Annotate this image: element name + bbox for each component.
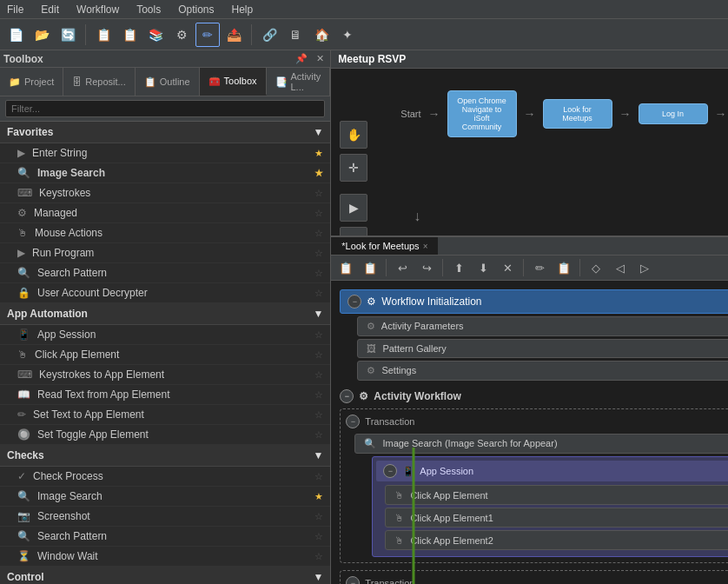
connect-btn[interactable]: 🔗 — [257, 23, 281, 47]
wf-diamond-btn[interactable]: ◇ — [585, 257, 607, 278]
item-image-search-checks[interactable]: 🔍Image Search ★ — [0, 487, 330, 507]
wf-edit-btn[interactable]: ✏ — [528, 257, 551, 278]
item-app-session[interactable]: 📱App Session ☆ — [0, 325, 330, 345]
play-btn[interactable]: ▶ — [340, 194, 367, 222]
category-checks[interactable]: Checks ▼ — [0, 445, 330, 467]
item-image-search-fav[interactable]: 🔍Image Search ★ — [0, 163, 330, 183]
item-search-pattern-checks[interactable]: 🔍Search Pattern ☆ — [0, 527, 330, 547]
category-favorites[interactable]: Favorites ▼ — [0, 122, 330, 143]
tab-activity-log[interactable]: 📑 Activity L... — [267, 68, 331, 96]
crosshair-tool[interactable]: ✛ — [340, 154, 367, 182]
image-search-workflow-item[interactable]: 🔍 Image Search (Image Search for Appear)… — [354, 434, 728, 454]
home-btn[interactable]: 🏠 — [309, 23, 334, 47]
category-control[interactable]: Control ▼ — [0, 567, 330, 584]
toolbox-close[interactable]: ✕ — [314, 52, 327, 65]
workflow-tab-meetups[interactable]: *Look for Meetups × — [331, 237, 438, 255]
item-enter-string[interactable]: ▶Enter String ★ — [0, 143, 330, 163]
arrow-0: → — [428, 107, 440, 121]
workflow-content: − ⚙ Workflow Initialization ⚙ Activity P… — [331, 281, 728, 584]
keystrokes-star: ☆ — [314, 188, 323, 199]
category-app-automation[interactable]: App Automation ▼ — [0, 303, 330, 325]
item-user-account-fav[interactable]: 🔒User Account Decrypter ☆ — [0, 283, 330, 303]
menu-tools[interactable]: Tools — [133, 2, 164, 17]
tab-outline[interactable]: 📋 Outline — [136, 68, 200, 96]
meetup-rsvp-title: Meetup RSVP — [338, 53, 406, 65]
item-mouse-actions-fav[interactable]: 🖱Mouse Actions ☆ — [0, 223, 330, 243]
wf-redo-btn[interactable]: ↪ — [415, 257, 438, 278]
menu-file[interactable]: File — [3, 2, 27, 17]
activity-params-icon: ⚙ — [367, 321, 375, 331]
item-managed-fav[interactable]: ⚙Managed ☆ — [0, 203, 330, 223]
wf-paste-btn[interactable]: 📋 — [359, 257, 381, 278]
item-set-toggle-app[interactable]: 🔘Set Toggle App Element ☆ — [0, 425, 330, 445]
tab-project[interactable]: 📁 Project — [0, 68, 63, 96]
activity-collapse[interactable]: − — [340, 389, 354, 403]
monitor-btn[interactable]: 🖥 — [283, 23, 308, 47]
wf-left-btn[interactable]: ◁ — [609, 257, 632, 278]
click-app-element-2[interactable]: 🖱 Click App Element1 📌 — [385, 508, 728, 528]
pan-tool[interactable]: ✋ — [340, 121, 367, 149]
transaction-collapse-1[interactable]: − — [346, 415, 360, 428]
star-btn[interactable]: ✦ — [335, 23, 360, 47]
image-search-wf-icon: 🔍 — [364, 438, 376, 448]
cursor-tool[interactable]: ↖ — [340, 227, 367, 237]
app-session-header[interactable]: − 📱 App Session — [376, 461, 728, 481]
activity-params-btn[interactable]: ⚙ Activity Parameters — [357, 316, 728, 336]
item-check-process[interactable]: ✓Check Process ☆ — [0, 467, 330, 487]
refresh-btn[interactable]: 🔄 — [56, 23, 80, 47]
click-app-element-3[interactable]: 🖱 Click App Element2 📌 — [385, 530, 728, 550]
click-app-element-1[interactable]: 🖱 Click App Element 📌 — [385, 485, 728, 505]
new-btn[interactable]: 📄 — [3, 23, 28, 47]
item-keystrokes-fav[interactable]: ⌨Keystrokes ☆ — [0, 183, 330, 203]
settings-btn[interactable]: ⚙ — [169, 23, 194, 47]
item-screenshot[interactable]: 📷Screenshot ☆ — [0, 507, 330, 527]
settings-btn-wf[interactable]: ⚙ Settings 📌 — [357, 361, 728, 381]
node-look-meetups[interactable]: Look forMeetups — [543, 99, 612, 129]
workflow-tab-bar: *Look for Meetups × — [331, 237, 728, 256]
user-account-icon: 🔒 — [17, 287, 30, 299]
item-click-app-element[interactable]: 🖱Click App Element ☆ — [0, 345, 330, 365]
wf-up-btn[interactable]: ⬆ — [447, 257, 470, 278]
search-input[interactable] — [5, 100, 325, 117]
copy-btn[interactable]: 📋 — [91, 23, 116, 47]
transaction-collapse-2[interactable]: − — [346, 576, 360, 584]
workflow-init-header[interactable]: − ⚙ Workflow Initialization — [340, 289, 728, 314]
open-btn[interactable]: 📂 — [30, 23, 54, 47]
item-search-pattern-fav[interactable]: 🔍Search Pattern ☆ — [0, 263, 330, 283]
item-run-program-fav[interactable]: ▶Run Program ☆ — [0, 243, 330, 263]
search-pattern-icon: 🔍 — [17, 267, 30, 279]
menu-help[interactable]: Help — [228, 2, 257, 17]
click-1-icon: 🖱 — [394, 490, 404, 501]
wf-delete-btn[interactable]: ✕ — [496, 257, 519, 278]
menu-edit[interactable]: Edit — [37, 2, 63, 17]
edit-btn[interactable]: ✏ — [195, 23, 220, 47]
workflow-tab-label: *Look for Meetups — [341, 241, 419, 251]
toolbox-pin[interactable]: 📌 — [293, 52, 310, 65]
wf-down-btn[interactable]: ⬇ — [472, 257, 494, 278]
paste-btn[interactable]: 📋 — [117, 23, 142, 47]
item-set-text-app[interactable]: ✏Set Text to App Element ☆ — [0, 405, 330, 425]
workflow-toolbar: 📋 📋 ↩ ↪ ⬆ ⬇ ✕ ✏ 📋 ◇ ◁ ▷ — [331, 256, 728, 281]
menu-workflow[interactable]: Workflow — [73, 2, 122, 17]
menu-options[interactable]: Options — [175, 2, 217, 17]
wf-copy-btn[interactable]: 📋 — [334, 257, 357, 278]
item-window-wait[interactable]: ⏳Window Wait ☆ — [0, 547, 330, 567]
wf-undo-btn[interactable]: ↩ — [391, 257, 414, 278]
wf-clipboard-btn[interactable]: 📋 — [553, 257, 575, 278]
keystrokes-app-icon: ⌨ — [17, 368, 32, 381]
wf-right-btn[interactable]: ▷ — [633, 257, 656, 278]
init-collapse[interactable]: − — [347, 295, 361, 309]
item-read-text-app[interactable]: 📖Read Text from App Element ☆ — [0, 385, 330, 405]
app-session-collapse[interactable]: − — [383, 464, 397, 478]
managed-icon: ⚙ — [17, 207, 27, 219]
export-btn[interactable]: 📤 — [222, 23, 246, 47]
workflow-tab-close[interactable]: × — [423, 242, 428, 251]
tab-toolbox[interactable]: 🧰 Toolbox — [200, 68, 267, 96]
pattern-gallery-btn[interactable]: 🖼 Pattern Gallery — [357, 339, 728, 358]
node-open-chrome[interactable]: Open ChromeNavigate toiSoft Community — [447, 90, 517, 137]
library-btn[interactable]: 📚 — [143, 23, 168, 47]
item-keystrokes-app[interactable]: ⌨Keystrokes to App Element ☆ — [0, 365, 330, 385]
set-toggle-icon: 🔘 — [17, 428, 30, 441]
node-log-in[interactable]: Log In — [639, 103, 708, 124]
tab-repository[interactable]: 🗄 Reposit... — [63, 68, 135, 96]
